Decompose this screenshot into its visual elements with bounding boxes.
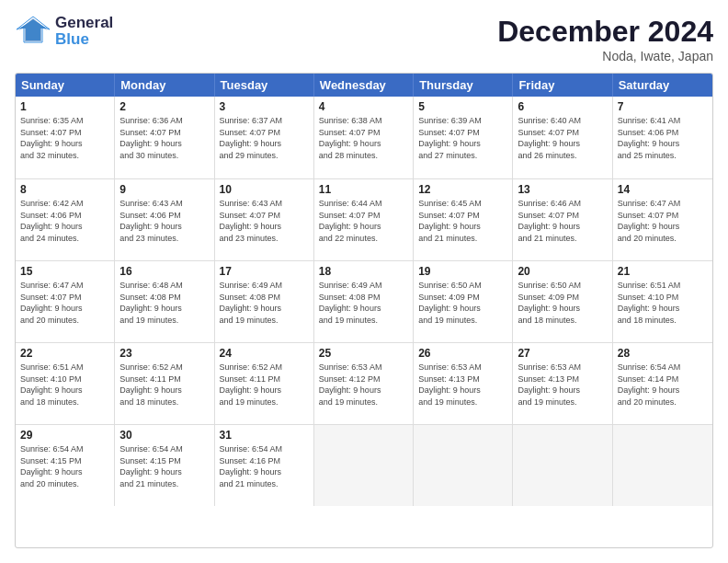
- header-day-saturday: Saturday: [613, 74, 712, 97]
- week-row-1: 1Sunrise: 6:35 AMSunset: 4:07 PMDaylight…: [16, 97, 712, 178]
- day-number: 29: [20, 429, 109, 442]
- day-info: Sunrise: 6:47 AMSunset: 4:07 PMDaylight:…: [618, 198, 708, 244]
- day-cell-13: 13Sunrise: 6:46 AMSunset: 4:07 PMDayligh…: [513, 179, 612, 260]
- day-cell-3: 3Sunrise: 6:37 AMSunset: 4:07 PMDaylight…: [215, 97, 314, 178]
- day-cell-31: 31Sunrise: 6:54 AMSunset: 4:16 PMDayligh…: [215, 425, 314, 506]
- day-number: 14: [618, 183, 708, 196]
- day-cell-29: 29Sunrise: 6:54 AMSunset: 4:15 PMDayligh…: [16, 425, 115, 506]
- day-cell-26: 26Sunrise: 6:53 AMSunset: 4:13 PMDayligh…: [414, 343, 513, 424]
- day-number: 22: [20, 347, 109, 360]
- day-number: 1: [20, 100, 109, 113]
- day-info: Sunrise: 6:47 AMSunset: 4:07 PMDaylight:…: [20, 280, 109, 326]
- day-info: Sunrise: 6:46 AMSunset: 4:07 PMDaylight:…: [518, 198, 607, 244]
- day-info: Sunrise: 6:54 AMSunset: 4:15 PMDaylight:…: [20, 443, 109, 489]
- day-info: Sunrise: 6:52 AMSunset: 4:11 PMDaylight:…: [220, 362, 309, 408]
- day-info: Sunrise: 6:42 AMSunset: 4:06 PMDaylight:…: [20, 198, 109, 244]
- day-number: 9: [119, 183, 209, 196]
- day-number: 13: [518, 183, 607, 196]
- week-row-2: 8Sunrise: 6:42 AMSunset: 4:06 PMDaylight…: [16, 178, 712, 260]
- day-number: 25: [319, 347, 408, 360]
- day-info: Sunrise: 6:50 AMSunset: 4:09 PMDaylight:…: [518, 280, 607, 326]
- day-number: 3: [220, 100, 309, 113]
- day-cell-16: 16Sunrise: 6:48 AMSunset: 4:08 PMDayligh…: [115, 261, 214, 342]
- day-number: 26: [418, 347, 507, 360]
- day-cell-28: 28Sunrise: 6:54 AMSunset: 4:14 PMDayligh…: [613, 343, 712, 424]
- month-title: December 2024: [497, 15, 713, 49]
- day-info: Sunrise: 6:44 AMSunset: 4:07 PMDaylight:…: [319, 198, 408, 244]
- day-number: 19: [418, 265, 507, 278]
- day-number: 4: [319, 100, 408, 113]
- day-number: 5: [418, 100, 507, 113]
- day-cell-30: 30Sunrise: 6:54 AMSunset: 4:15 PMDayligh…: [115, 425, 214, 506]
- day-info: Sunrise: 6:53 AMSunset: 4:12 PMDaylight:…: [319, 362, 408, 408]
- week-row-3: 15Sunrise: 6:47 AMSunset: 4:07 PMDayligh…: [16, 260, 712, 342]
- day-info: Sunrise: 6:54 AMSunset: 4:15 PMDaylight:…: [119, 443, 209, 489]
- day-number: 28: [618, 347, 708, 360]
- day-cell-25: 25Sunrise: 6:53 AMSunset: 4:12 PMDayligh…: [314, 343, 414, 424]
- calendar-header: SundayMondayTuesdayWednesdayThursdayFrid…: [16, 74, 712, 97]
- day-number: 31: [220, 429, 309, 442]
- day-info: Sunrise: 6:41 AMSunset: 4:06 PMDaylight:…: [618, 115, 708, 161]
- day-cell-18: 18Sunrise: 6:49 AMSunset: 4:08 PMDayligh…: [314, 261, 414, 342]
- day-number: 23: [119, 347, 209, 360]
- day-cell-empty: [613, 425, 712, 506]
- week-row-5: 29Sunrise: 6:54 AMSunset: 4:15 PMDayligh…: [16, 424, 712, 506]
- day-cell-24: 24Sunrise: 6:52 AMSunset: 4:11 PMDayligh…: [215, 343, 314, 424]
- header-day-wednesday: Wednesday: [314, 74, 414, 97]
- day-cell-12: 12Sunrise: 6:45 AMSunset: 4:07 PMDayligh…: [414, 179, 513, 260]
- day-info: Sunrise: 6:45 AMSunset: 4:07 PMDaylight:…: [418, 198, 507, 244]
- day-info: Sunrise: 6:40 AMSunset: 4:07 PMDaylight:…: [518, 115, 607, 161]
- day-info: Sunrise: 6:43 AMSunset: 4:07 PMDaylight:…: [220, 198, 309, 244]
- day-info: Sunrise: 6:36 AMSunset: 4:07 PMDaylight:…: [119, 115, 209, 161]
- day-number: 17: [220, 265, 309, 278]
- day-cell-19: 19Sunrise: 6:50 AMSunset: 4:09 PMDayligh…: [414, 261, 513, 342]
- day-number: 6: [518, 100, 607, 113]
- day-info: Sunrise: 6:49 AMSunset: 4:08 PMDaylight:…: [319, 280, 408, 326]
- header-day-sunday: Sunday: [16, 74, 115, 97]
- day-cell-8: 8Sunrise: 6:42 AMSunset: 4:06 PMDaylight…: [16, 179, 115, 260]
- logo: General Blue: [15, 15, 113, 48]
- day-cell-5: 5Sunrise: 6:39 AMSunset: 4:07 PMDaylight…: [414, 97, 513, 178]
- day-cell-empty: [414, 425, 513, 506]
- page: General Blue December 2024 Noda, Iwate, …: [0, 0, 728, 563]
- header-day-tuesday: Tuesday: [215, 74, 314, 97]
- day-cell-empty: [513, 425, 612, 506]
- title-area: December 2024 Noda, Iwate, Japan: [497, 15, 713, 63]
- day-cell-6: 6Sunrise: 6:40 AMSunset: 4:07 PMDaylight…: [513, 97, 612, 178]
- day-number: 12: [418, 183, 507, 196]
- header: General Blue December 2024 Noda, Iwate, …: [15, 15, 713, 63]
- calendar: SundayMondayTuesdayWednesdayThursdayFrid…: [15, 73, 713, 548]
- logo-text: General Blue: [55, 15, 113, 48]
- day-info: Sunrise: 6:37 AMSunset: 4:07 PMDaylight:…: [220, 115, 309, 161]
- day-info: Sunrise: 6:54 AMSunset: 4:16 PMDaylight:…: [220, 443, 309, 489]
- day-cell-14: 14Sunrise: 6:47 AMSunset: 4:07 PMDayligh…: [613, 179, 712, 260]
- logo-blue: Blue: [55, 31, 113, 48]
- header-day-thursday: Thursday: [414, 74, 513, 97]
- day-cell-10: 10Sunrise: 6:43 AMSunset: 4:07 PMDayligh…: [215, 179, 314, 260]
- day-number: 11: [319, 183, 408, 196]
- logo-icon: [15, 15, 51, 47]
- day-number: 15: [20, 265, 109, 278]
- day-info: Sunrise: 6:51 AMSunset: 4:10 PMDaylight:…: [618, 280, 708, 326]
- header-day-monday: Monday: [115, 74, 214, 97]
- svg-marker-2: [18, 18, 48, 41]
- day-number: 21: [618, 265, 708, 278]
- day-number: 8: [20, 183, 109, 196]
- logo-general: General: [55, 15, 113, 31]
- day-info: Sunrise: 6:51 AMSunset: 4:10 PMDaylight:…: [20, 362, 109, 408]
- day-cell-9: 9Sunrise: 6:43 AMSunset: 4:06 PMDaylight…: [115, 179, 214, 260]
- day-cell-21: 21Sunrise: 6:51 AMSunset: 4:10 PMDayligh…: [613, 261, 712, 342]
- day-info: Sunrise: 6:38 AMSunset: 4:07 PMDaylight:…: [319, 115, 408, 161]
- day-info: Sunrise: 6:52 AMSunset: 4:11 PMDaylight:…: [119, 362, 209, 408]
- day-cell-4: 4Sunrise: 6:38 AMSunset: 4:07 PMDaylight…: [314, 97, 414, 178]
- day-cell-20: 20Sunrise: 6:50 AMSunset: 4:09 PMDayligh…: [513, 261, 612, 342]
- location: Noda, Iwate, Japan: [497, 49, 713, 63]
- day-number: 18: [319, 265, 408, 278]
- day-info: Sunrise: 6:43 AMSunset: 4:06 PMDaylight:…: [119, 198, 209, 244]
- day-cell-1: 1Sunrise: 6:35 AMSunset: 4:07 PMDaylight…: [16, 97, 115, 178]
- day-info: Sunrise: 6:48 AMSunset: 4:08 PMDaylight:…: [119, 280, 209, 326]
- header-day-friday: Friday: [513, 74, 612, 97]
- day-number: 27: [518, 347, 607, 360]
- day-cell-15: 15Sunrise: 6:47 AMSunset: 4:07 PMDayligh…: [16, 261, 115, 342]
- day-info: Sunrise: 6:35 AMSunset: 4:07 PMDaylight:…: [20, 115, 109, 161]
